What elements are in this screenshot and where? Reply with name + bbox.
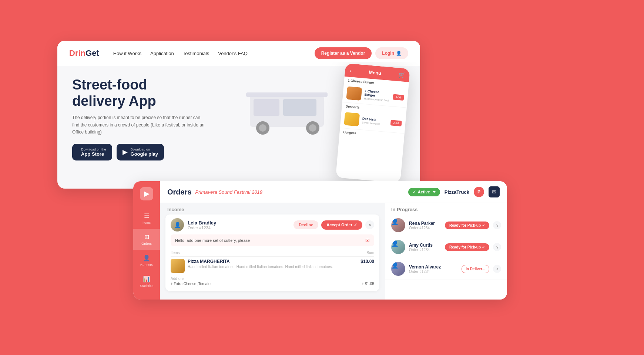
dashboard-card: ▶ ☰ Items ⊞ Orders 👤 Runners 📊 Statistic… — [133, 181, 507, 300]
login-button[interactable]: Login 👤 — [375, 47, 408, 59]
googleplay-button[interactable]: ▶ Download on Google play — [117, 144, 164, 160]
rena-info: Rena Parker Order #1234 — [409, 221, 441, 230]
mail-icon-button[interactable]: ✉ — [489, 186, 500, 197]
dashboard-header: Orders Primavera Sound Festival 2019 ✓ A… — [160, 181, 507, 203]
amy-order-num: Order #1234 — [409, 248, 441, 252]
sidebar-label-statistics: Statistics — [140, 284, 153, 288]
order-user-name: Lela Bradley — [188, 220, 290, 226]
landing-card: DrinGet How it Works Application Testimo… — [57, 41, 420, 189]
logo: DrinGet — [69, 48, 99, 58]
hero-illustration: ‹ Menu 🛒 1 Cheese Burger 1 Cheese Burger… — [205, 62, 420, 189]
nav-links: How it Works Application Testimonials Ve… — [113, 51, 304, 56]
user-icon: 👤 — [396, 51, 402, 56]
sidebar-item-runners[interactable]: 👤 Runners — [133, 250, 160, 271]
items-icon: ☰ — [144, 212, 149, 219]
addon-name: + Extra Cheese ,Tomatos — [171, 282, 212, 286]
order-item-desc: Hand milled Italian tomatoes. Hand mille… — [188, 265, 358, 269]
order-item-row: Pizza MARGHERITA Hand milled Italian tom… — [171, 259, 374, 273]
addon-row-1: + Extra Cheese ,Tomatos + $1.05 — [171, 282, 374, 286]
svg-point-4 — [259, 124, 266, 132]
addons-section: Add-ons + Extra Cheese ,Tomatos + $1.05 — [171, 275, 374, 287]
items-col-label: Items — [171, 251, 180, 255]
order-card-lela: 👤 Lela Bradley Order #1234 Decline Accep… — [165, 214, 379, 291]
dessert-image — [344, 112, 360, 126]
rena-expand-button[interactable]: ∨ — [493, 221, 501, 229]
sidebar-item-statistics[interactable]: 📊 Statistics — [133, 271, 160, 292]
checkmark-icon: ✓ — [482, 223, 485, 227]
vendor-avatar: P — [474, 187, 484, 197]
chevron-down-icon — [433, 191, 436, 193]
order-item-thumbnail — [171, 259, 185, 273]
hero-section: Street-food delivery App The delivery po… — [57, 66, 420, 189]
checkmark-icon: ✓ — [354, 223, 357, 227]
collapse-button[interactable]: ∧ — [365, 220, 374, 229]
nav-link-faq[interactable]: Vendor's FAQ — [218, 51, 248, 56]
decline-button[interactable]: Decline — [294, 220, 318, 229]
nav-actions: Register as a Vendor Login 👤 — [315, 47, 408, 59]
vernon-collapse-button[interactable]: ∧ — [493, 265, 501, 273]
inprogress-header: In Progress — [385, 203, 507, 214]
amy-info: Amy Curtis Order #1234 — [409, 243, 441, 252]
rena-ready-button[interactable]: Ready for Pick-up ✓ — [445, 222, 489, 229]
sidebar-item-orders[interactable]: ⊞ Orders — [133, 229, 160, 250]
register-vendor-button[interactable]: Register as a Vendor — [315, 47, 372, 59]
dashboard-body: Income 👤 Lela Bradley Order #1234 Declin… — [160, 203, 507, 300]
progress-card-amy: 👤 Amy Curtis Order #1234 Ready for Pick-… — [385, 236, 507, 258]
phone-add-dessert-button[interactable]: Add — [390, 120, 402, 126]
addon-price: + $1.05 — [362, 282, 374, 286]
avatar-amy: 👤 — [391, 240, 405, 254]
sidebar-label-runners: Runners — [140, 263, 153, 267]
phone-add-burger-button[interactable]: Add — [393, 94, 404, 101]
hero-left: Street-food delivery App The delivery po… — [72, 77, 205, 182]
sidebar-item-items[interactable]: ☰ Items — [133, 208, 160, 229]
runners-icon: 👤 — [143, 254, 150, 261]
orders-title: Orders — [167, 188, 192, 196]
inprogress-panel: In Progress 👤 Rena Parker Order #1234 Re… — [385, 203, 507, 300]
rena-order-num: Order #1234 — [409, 226, 441, 230]
nav-link-testimonials[interactable]: Testimonials — [183, 51, 209, 56]
vernon-name: Vernon Alvarez — [409, 264, 458, 270]
order-number: Order #1234 — [188, 226, 290, 230]
active-label: Active — [418, 190, 430, 194]
sum-col-label: Sum — [366, 251, 374, 255]
amy-ready-button[interactable]: Ready for Pick-up ✓ — [445, 243, 489, 251]
order-items-header: Items Sum — [171, 249, 374, 257]
order-item-name: Pizza MARGHERITA — [188, 259, 358, 264]
nav-link-application[interactable]: Application — [150, 51, 174, 56]
income-section-header: Income — [160, 203, 385, 214]
order-message: Hello, add one more set of cutlery, plea… — [171, 234, 374, 246]
nav-link-how-it-works[interactable]: How it Works — [113, 51, 141, 56]
progress-card-vernon: 👤 Vernon Alvarez Order #1234 In Deliver.… — [385, 258, 507, 280]
vendor-name: PizzaTruck — [445, 189, 469, 195]
header-right: ✓ Active PizzaTruck P ✉ — [408, 186, 500, 197]
order-avatar-lela: 👤 — [171, 218, 184, 231]
vernon-info: Vernon Alvarez Order #1234 — [409, 264, 458, 274]
amy-expand-button[interactable]: ∨ — [493, 243, 501, 251]
vernon-order-num: Order #1234 — [409, 270, 458, 274]
addons-label: Add-ons — [171, 277, 374, 281]
sidebar-label-orders: Orders — [141, 242, 152, 246]
active-badge[interactable]: ✓ Active — [408, 188, 440, 196]
page-wrapper: DrinGet How it Works Application Testimo… — [0, 0, 644, 355]
order-item-info: Pizza MARGHERITA Hand milled Italian tom… — [188, 259, 358, 269]
play-icon: ▶ — [123, 148, 128, 156]
appstore-button[interactable]: Download on the App Store — [72, 144, 112, 160]
avatar-vernon: 👤 — [391, 262, 405, 276]
statistics-icon: 📊 — [143, 275, 150, 283]
svg-point-6 — [309, 124, 316, 132]
orders-panel: Income 👤 Lela Bradley Order #1234 Declin… — [160, 203, 385, 300]
food-truck-illustration — [242, 77, 339, 136]
progress-card-rena: 👤 Rena Parker Order #1234 Ready for Pick… — [385, 214, 507, 236]
rena-name: Rena Parker — [409, 221, 441, 226]
check-icon: ✓ — [413, 190, 416, 195]
order-user-info: Lela Bradley Order #1234 — [188, 220, 290, 230]
hero-description: The delivery portion is meant to be prec… — [72, 114, 205, 136]
sidebar-logo: ▶ — [140, 187, 153, 200]
message-mail-icon: ✉ — [365, 237, 370, 243]
svg-rect-1 — [254, 99, 279, 116]
order-card-header: 👤 Lela Bradley Order #1234 Decline Accep… — [171, 218, 374, 231]
festival-name: Primavera Sound Festival 2019 — [195, 189, 262, 195]
accept-order-button[interactable]: Accept Order ✓ — [321, 220, 362, 230]
svg-rect-2 — [283, 99, 316, 116]
vernon-indelivery-button[interactable]: In Deliver... — [462, 265, 489, 273]
